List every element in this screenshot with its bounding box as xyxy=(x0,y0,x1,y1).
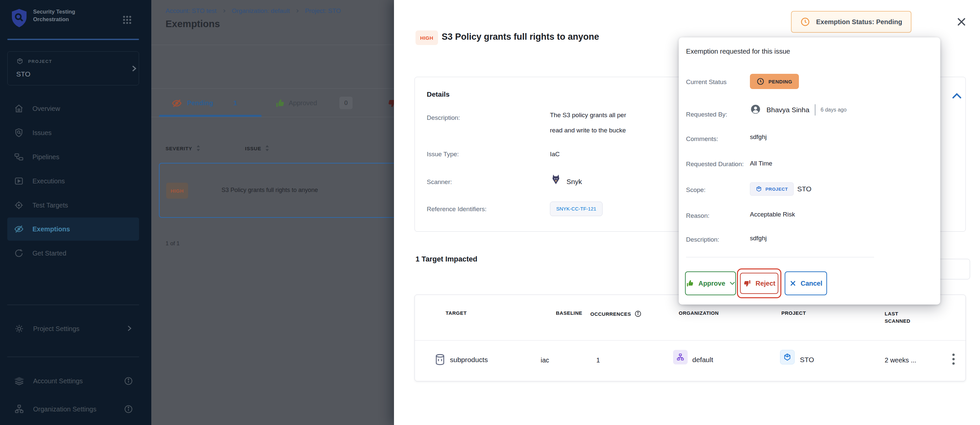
issue-type-label: Issue Type: xyxy=(427,151,459,158)
description-label: Description: xyxy=(686,236,719,243)
scanner-label: Scanner: xyxy=(427,178,452,186)
cell-organization: default xyxy=(692,356,713,364)
scope-label: Scope: xyxy=(686,186,706,194)
project-cube-icon xyxy=(780,350,795,365)
sidebar-item-exemptions[interactable]: Exemptions xyxy=(7,218,139,240)
info-icon[interactable] xyxy=(634,310,642,317)
info-icon[interactable] xyxy=(124,376,133,387)
column-header-project: PROJECT xyxy=(781,310,806,316)
gear-icon xyxy=(14,323,24,334)
requested-ago: 6 days ago xyxy=(821,107,846,113)
sidebar: Security Testing Orchestration PROJECT S… xyxy=(0,0,151,425)
divider xyxy=(151,117,394,117)
sidebar-item-organization-settings[interactable]: Organization Settings xyxy=(7,398,139,421)
scope-project-badge: PROJECT xyxy=(750,182,794,196)
requested-by-value: Bhavya Sinha 6 days ago xyxy=(750,103,846,116)
reject-button[interactable]: Reject xyxy=(740,273,778,294)
chevron-right-icon xyxy=(295,8,300,14)
sidebar-item-label: Exemptions xyxy=(32,225,70,233)
chevron-up-icon[interactable] xyxy=(952,92,962,101)
cell-baseline: iac xyxy=(541,357,549,364)
close-icon[interactable] xyxy=(956,16,967,29)
sidebar-item-executions[interactable]: Executions xyxy=(7,169,139,193)
project-scope-name: STO xyxy=(16,70,30,78)
sidebar-item-label: Pipelines xyxy=(32,153,59,161)
sidebar-item-label: Account Settings xyxy=(33,377,83,385)
breadcrumb-organization[interactable]: Organization: default xyxy=(232,7,290,14)
targets-heading: 1 Target Impacted xyxy=(415,255,477,263)
divider xyxy=(151,45,394,45)
eye-off-icon xyxy=(172,98,182,110)
chevron-right-icon xyxy=(129,64,138,75)
cell-last-scanned: 2 weeks ... xyxy=(885,357,916,364)
project-selector[interactable]: PROJECT STO xyxy=(7,51,139,85)
chevron-down-icon xyxy=(729,281,735,286)
cube-icon xyxy=(756,186,762,192)
info-icon[interactable] xyxy=(124,404,133,415)
sidebar-item-issues[interactable]: Issues xyxy=(7,121,139,144)
clock-icon xyxy=(757,78,764,85)
sidebar-item-overview[interactable]: Overview xyxy=(7,97,139,120)
popup-heading: Exemption requested for this issue xyxy=(686,47,790,55)
description-value-line1: The S3 policy grants all per xyxy=(550,111,626,119)
kebab-menu-icon[interactable] xyxy=(948,352,958,368)
issue-type-value: IaC xyxy=(550,151,560,158)
sidebar-item-label: Project Settings xyxy=(33,325,80,333)
close-icon xyxy=(789,280,797,287)
tab-approved[interactable]: Approved xyxy=(289,99,317,107)
breadcrumb-account[interactable]: Account: STO test xyxy=(165,7,216,14)
app-grid-icon[interactable] xyxy=(122,14,132,27)
sort-icon[interactable] xyxy=(196,144,201,152)
breadcrumb-project[interactable]: Project: STO xyxy=(305,7,341,14)
tab-pending[interactable]: Pending xyxy=(187,99,213,107)
target-icon xyxy=(14,200,24,210)
pagination: 1 of 1 xyxy=(165,240,180,247)
tab-pending-count: 1 xyxy=(234,99,237,107)
thumbs-down-icon xyxy=(743,279,752,288)
exemption-review-popup: Exemption requested for this issue Curre… xyxy=(679,37,940,304)
sidebar-item-label: Overview xyxy=(32,105,60,113)
reference-identifier-chip[interactable]: SNYK-CC-TF-121 xyxy=(550,202,603,216)
sidebar-item-project-settings[interactable]: Project Settings xyxy=(7,317,139,340)
app-root: Security Testing Orchestration PROJECT S… xyxy=(0,0,980,425)
cancel-button[interactable]: Cancel xyxy=(785,271,827,295)
column-header-last-scanned: LAST SCANNED xyxy=(885,310,921,325)
target-container-icon xyxy=(434,353,446,368)
requester-name: Bhavya Sinha xyxy=(767,106,810,114)
scanner-value: Snyk xyxy=(566,178,582,186)
column-header-baseline: BASELINE xyxy=(556,310,582,316)
exemption-row[interactable]: HIGH S3 Policy grants full rights to any… xyxy=(159,163,394,218)
app-title: Security Testing Orchestration xyxy=(33,8,109,23)
sidebar-item-pipelines[interactable]: Pipelines xyxy=(7,145,139,169)
column-header-target: TARGET xyxy=(445,310,467,316)
issue-detail-title: S3 Policy grants full rights to anyone xyxy=(442,32,599,42)
approve-button[interactable]: Approve xyxy=(685,271,736,295)
pending-status-badge: PENDING xyxy=(750,74,799,89)
sidebar-item-account-settings[interactable]: Account Settings xyxy=(7,369,139,393)
exemption-status-button[interactable]: Exemption Status: Pending xyxy=(791,11,912,33)
cell-occurrences: 1 xyxy=(596,357,600,364)
layers-icon xyxy=(14,376,24,386)
sidebar-accent-rule xyxy=(7,39,139,40)
org-icon xyxy=(14,404,24,414)
clock-icon xyxy=(800,17,810,27)
issue-title: S3 Policy grants full rights to anyone xyxy=(221,187,318,194)
requested-by-label: Requested By: xyxy=(686,111,727,118)
sidebar-item-get-started[interactable]: Get Started xyxy=(7,242,139,265)
column-header-issue[interactable]: ISSUE xyxy=(245,144,270,152)
sidebar-divider xyxy=(7,357,139,357)
eye-off-icon xyxy=(14,224,24,234)
exemptions-list-pane: Account: STO test Organization: default … xyxy=(151,0,394,425)
executions-icon xyxy=(14,176,24,186)
column-header-severity[interactable]: SEVERITY xyxy=(165,144,201,152)
snyk-logo-icon xyxy=(550,173,562,188)
details-heading: Details xyxy=(427,90,450,98)
sidebar-item-test-targets[interactable]: Test Targets xyxy=(7,194,139,217)
pipelines-icon xyxy=(14,152,24,162)
comments-label: Comments: xyxy=(686,135,718,143)
cell-target[interactable]: subproducts xyxy=(450,356,488,364)
shield-search-icon xyxy=(14,128,24,138)
sort-icon[interactable] xyxy=(264,144,270,152)
divider xyxy=(415,340,966,341)
sidebar-divider xyxy=(7,304,139,305)
